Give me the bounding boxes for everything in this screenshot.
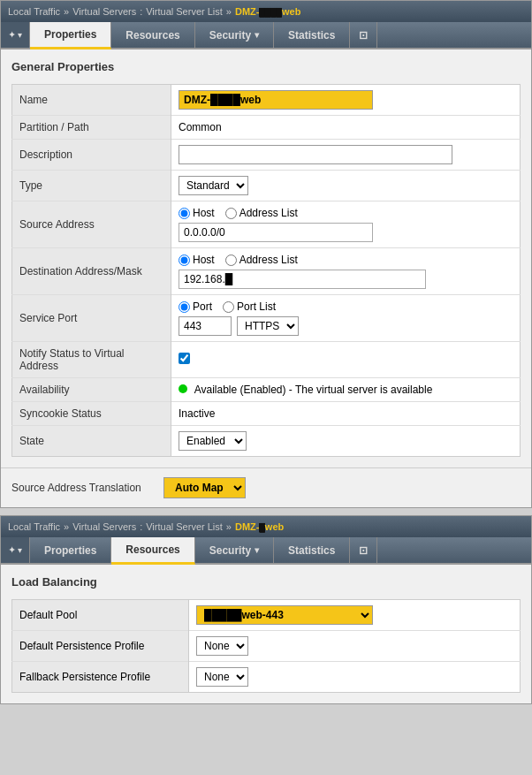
radio-addresslist[interactable] xyxy=(225,208,237,219)
breadcrumb-current: DMZ-████web xyxy=(235,6,300,17)
breadcrumb2-virtual-server-list[interactable]: Virtual Server List xyxy=(146,521,223,532)
dest-radio-group: Host Address List xyxy=(179,254,513,266)
tab-security-2[interactable]: Security ▾ xyxy=(195,537,274,563)
default-persistence-select[interactable]: None xyxy=(196,636,248,656)
availability-dot xyxy=(179,384,187,393)
label-type: Type xyxy=(12,171,171,201)
breadcrumb-bar-2: Local Traffic » Virtual Servers : Virtua… xyxy=(1,516,531,537)
label-notify-status: Notify Status to Virtual Address xyxy=(12,342,171,378)
radio-host-label[interactable]: Host xyxy=(179,207,215,219)
row-default-pool: Default Pool █████web-443 xyxy=(12,600,521,631)
destination-input[interactable] xyxy=(179,270,426,289)
tab-bar-2: ✦ ▾ Properties Resources Security ▾ Stat… xyxy=(1,537,531,565)
value-partition: Common xyxy=(171,116,521,140)
gear-button[interactable]: ✦ ▾ xyxy=(1,22,30,48)
tab-icon-2[interactable]: ⊡ xyxy=(350,537,377,563)
value-notify-status xyxy=(171,342,521,378)
label-partition: Partition / Path xyxy=(12,116,171,140)
label-state: State xyxy=(12,426,171,457)
label-default-persistence: Default Persistence Profile xyxy=(12,631,189,662)
type-select[interactable]: Standard xyxy=(179,176,248,195)
security-dropdown-arrow: ▾ xyxy=(255,30,259,40)
row-availability: Availability Available (Enabled) - The v… xyxy=(12,378,521,402)
breadcrumb2-local-traffic[interactable]: Local Traffic xyxy=(8,521,60,532)
panel-resources: Local Traffic » Virtual Servers : Virtua… xyxy=(0,515,532,704)
radio-dest-host[interactable] xyxy=(179,255,190,266)
row-fallback-persistence: Fallback Persistence Profile None xyxy=(12,662,521,693)
value-availability: Available (Enabled) - The virtual server… xyxy=(171,378,521,402)
load-balancing-title: Load Balancing xyxy=(11,575,521,592)
row-notify-status: Notify Status to Virtual Address xyxy=(12,342,521,378)
value-syncookie: Inactive xyxy=(171,402,521,426)
tab-resources-2[interactable]: Resources xyxy=(111,537,194,565)
radio-host[interactable] xyxy=(179,208,190,219)
separator2-1: » xyxy=(64,521,69,532)
row-description: Description xyxy=(12,140,521,171)
radio-portlist[interactable] xyxy=(223,301,234,313)
fallback-persistence-select[interactable]: None xyxy=(196,667,248,687)
label-source-address: Source Address xyxy=(12,201,171,248)
tab-icon-1[interactable]: ⊡ xyxy=(350,22,377,48)
state-select[interactable]: Enabled Disabled xyxy=(179,431,247,451)
label-name: Name xyxy=(12,85,171,116)
default-pool-select[interactable]: █████web-443 xyxy=(196,605,373,625)
tab-properties-1[interactable]: Properties xyxy=(30,22,111,49)
value-source-address: Host Address List xyxy=(171,201,521,248)
value-fallback-persistence: None xyxy=(189,662,521,693)
radio-port[interactable] xyxy=(179,301,190,313)
description-input[interactable] xyxy=(179,145,452,164)
label-default-pool: Default Pool xyxy=(12,600,189,631)
gear-button-2[interactable]: ✦ ▾ xyxy=(1,537,30,563)
tab-security-1[interactable]: Security ▾ xyxy=(195,22,274,48)
tab-statistics-2[interactable]: Statistics xyxy=(274,537,350,563)
general-properties-table: Name Partition / Path Common Description… xyxy=(11,84,521,457)
breadcrumb-local-traffic[interactable]: Local Traffic xyxy=(8,6,60,17)
value-default-pool: █████web-443 xyxy=(189,600,521,631)
port-protocol-select[interactable]: HTTPS HTTP xyxy=(237,316,299,336)
label-destination: Destination Address/Mask xyxy=(12,248,171,295)
radio-addresslist-label[interactable]: Address List xyxy=(225,207,298,219)
label-description: Description xyxy=(12,140,171,171)
radio-dest-addresslist[interactable] xyxy=(225,255,237,266)
value-state: Enabled Disabled xyxy=(171,426,521,457)
port-radio-group: Port Port List xyxy=(179,300,513,313)
value-destination: Host Address List xyxy=(171,248,521,295)
radio-port-label[interactable]: Port xyxy=(179,300,212,313)
breadcrumb-virtual-servers[interactable]: Virtual Servers xyxy=(72,6,136,17)
tab-bar-1: ✦ ▾ Properties Resources Security ▾ Stat… xyxy=(1,22,531,49)
separator-3: » xyxy=(226,6,232,17)
content-area-1: General Properties Name Partition / Path… xyxy=(1,49,531,467)
breadcrumb-virtual-server-list[interactable]: Virtual Server List xyxy=(146,6,223,17)
row-name: Name xyxy=(12,85,521,116)
label-syncookie: Syncookie Status xyxy=(12,402,171,426)
breadcrumb2-virtual-servers[interactable]: Virtual Servers xyxy=(72,521,136,532)
tab-statistics-1[interactable]: Statistics xyxy=(274,22,350,48)
row-state: State Enabled Disabled xyxy=(12,426,521,457)
radio-dest-addresslist-label[interactable]: Address List xyxy=(225,254,298,266)
security-dropdown-arrow-2: ▾ xyxy=(255,545,259,555)
separator2-2: : xyxy=(140,521,142,532)
source-address-input[interactable] xyxy=(179,223,373,242)
notify-status-checkbox[interactable] xyxy=(179,353,190,364)
load-balancing-table: Default Pool █████web-443 Default Persis… xyxy=(11,599,521,693)
row-service-port: Service Port Port Port List HTTPS HTTP xyxy=(12,295,521,342)
radio-portlist-label[interactable]: Port List xyxy=(223,300,276,313)
value-name xyxy=(171,85,521,116)
separator-1: » xyxy=(64,6,69,17)
separator2-3: » xyxy=(226,521,232,532)
tab-properties-2[interactable]: Properties xyxy=(30,537,111,563)
port-input[interactable] xyxy=(179,316,232,336)
radio-dest-host-label[interactable]: Host xyxy=(179,254,215,266)
sat-select[interactable]: Auto Map None xyxy=(163,477,246,498)
row-partition: Partition / Path Common xyxy=(12,116,521,140)
value-description xyxy=(171,140,521,171)
label-fallback-persistence: Fallback Persistence Profile xyxy=(12,662,189,693)
source-address-radio-group: Host Address List xyxy=(179,207,513,219)
row-type: Type Standard xyxy=(12,171,521,201)
tab-resources-1[interactable]: Resources xyxy=(111,22,194,48)
name-input[interactable] xyxy=(179,90,373,110)
row-destination: Destination Address/Mask Host Address Li… xyxy=(12,248,521,295)
value-service-port: Port Port List HTTPS HTTP xyxy=(171,295,521,342)
row-syncookie: Syncookie Status Inactive xyxy=(12,402,521,426)
panel-properties: Local Traffic » Virtual Servers : Virtua… xyxy=(0,0,532,508)
